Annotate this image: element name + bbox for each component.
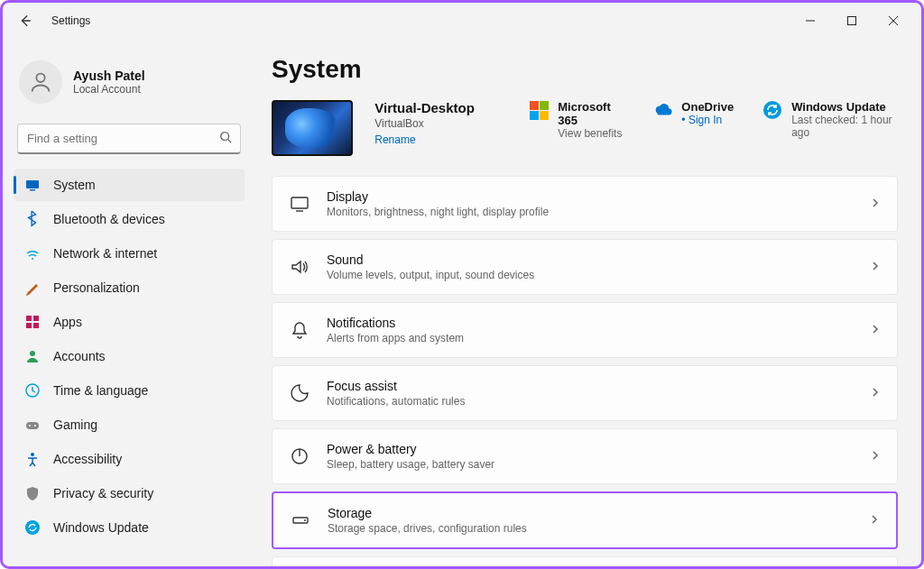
setting-sub: Notifications, automatic rules [327, 395, 854, 408]
avatar [19, 60, 62, 104]
person-icon [28, 69, 53, 95]
setting-title: Focus assist [327, 379, 854, 393]
maximize-button[interactable] [831, 6, 873, 35]
storage-icon [290, 509, 311, 531]
sidebar: Ayush Patel Local Account SystemBluetoot… [3, 39, 255, 566]
nav-label: Time & language [53, 383, 148, 398]
focus-icon [289, 382, 310, 404]
svg-rect-16 [26, 422, 39, 429]
nav-item-personalization[interactable]: Personalization [14, 271, 245, 304]
privacy-icon [24, 485, 41, 501]
nav: SystemBluetooth & devicesNetwork & inter… [14, 169, 245, 544]
hero-title: OneDrive [681, 100, 734, 114]
setting-title: Notifications [327, 316, 854, 330]
svg-point-27 [304, 519, 306, 521]
device-sub: VirtualBox [374, 117, 501, 130]
setting-title: Power & battery [327, 442, 854, 456]
svg-rect-22 [291, 197, 308, 208]
back-button[interactable] [10, 5, 41, 36]
nav-item-privacy-security[interactable]: Privacy & security [14, 477, 245, 509]
setting-title: Display [327, 189, 854, 204]
hero-tile-update[interactable]: Windows Update Last checked: 1 hour ago [762, 100, 898, 139]
setting-sub: Alerts from apps and system [327, 332, 854, 344]
notifications-icon [289, 319, 310, 341]
setting-sub: Sleep, battery usage, battery saver [327, 458, 854, 471]
profile-sub: Local Account [73, 83, 145, 96]
search-icon [219, 131, 232, 147]
nav-label: System [53, 178, 96, 192]
nav-label: Privacy & security [53, 486, 153, 500]
setting-storage[interactable]: StorageStorage space, drives, configurat… [272, 491, 898, 549]
main-content: System Virtual-Desktop VirtualBox Rename… [255, 39, 921, 566]
minimize-button[interactable] [790, 6, 831, 35]
svg-rect-7 [26, 180, 39, 188]
svg-point-4 [36, 74, 44, 82]
nav-label: Network & internet [53, 246, 157, 261]
hero-title: Microsoft 365 [558, 100, 624, 127]
chevron-right-icon [869, 512, 880, 528]
onedrive-icon [652, 100, 672, 120]
svg-rect-8 [30, 189, 35, 191]
display-icon [289, 193, 310, 215]
nav-item-system[interactable]: System [14, 169, 245, 201]
hero-row: Virtual-Desktop VirtualBox Rename Micros… [272, 100, 898, 156]
nav-item-windows-update[interactable]: Windows Update [14, 511, 245, 544]
chevron-right-icon [870, 196, 881, 212]
svg-point-21 [763, 101, 781, 119]
nav-label: Personalization [53, 280, 140, 295]
profile-block[interactable]: Ayush Patel Local Account [14, 55, 245, 120]
device-thumbnail [272, 100, 353, 156]
system-icon [24, 177, 41, 193]
nav-label: Apps [53, 315, 82, 329]
svg-rect-1 [848, 17, 856, 25]
search-input[interactable] [17, 124, 241, 154]
nav-item-bluetooth-devices[interactable]: Bluetooth & devices [14, 203, 245, 235]
svg-rect-10 [26, 316, 32, 321]
setting-display[interactable]: DisplayMonitors, brightness, night light… [272, 176, 898, 232]
window-title: Settings [51, 14, 90, 27]
hero-tile-ms365[interactable]: Microsoft 365 View benefits [530, 100, 624, 140]
rename-link[interactable]: Rename [374, 133, 415, 146]
svg-rect-13 [33, 323, 39, 328]
settings-list: DisplayMonitors, brightness, night light… [272, 176, 898, 566]
nav-label: Accounts [53, 349, 106, 363]
setting-sub: Volume levels, output, input, sound devi… [327, 269, 854, 281]
sound-icon [289, 256, 310, 278]
setting-sound[interactable]: SoundVolume levels, output, input, sound… [272, 239, 898, 295]
nav-item-network-internet[interactable]: Network & internet [14, 237, 245, 270]
nav-item-apps[interactable]: Apps [14, 306, 245, 338]
nav-item-accessibility[interactable]: Accessibility [14, 443, 245, 475]
setting-multitasking[interactable]: Multitasking [272, 556, 898, 566]
close-button[interactable] [873, 6, 914, 35]
nav-item-time-language[interactable]: Time & language [14, 374, 245, 407]
nav-item-gaming[interactable]: Gaming [14, 408, 245, 441]
svg-line-6 [228, 140, 232, 143]
hero-tile-onedrive[interactable]: OneDrive • Sign In [652, 100, 734, 126]
hero-title: Windows Update [791, 100, 898, 114]
window-controls [790, 6, 914, 35]
chevron-right-icon [870, 448, 881, 464]
gaming-icon [24, 417, 41, 433]
time-language-icon [24, 382, 41, 399]
svg-point-14 [30, 351, 35, 356]
svg-point-18 [34, 425, 36, 427]
setting-title: Sound [327, 252, 854, 267]
svg-point-20 [25, 520, 40, 535]
signin-link[interactable]: Sign In [688, 114, 722, 126]
accessibility-icon [24, 451, 41, 467]
nav-item-accounts[interactable]: Accounts [14, 340, 245, 372]
setting-notifications[interactable]: NotificationsAlerts from apps and system [272, 302, 898, 358]
titlebar: Settings [3, 3, 921, 39]
setting-focus-assist[interactable]: Focus assistNotifications, automatic rul… [272, 365, 898, 421]
nav-label: Windows Update [53, 520, 149, 535]
personalization-icon [24, 280, 41, 296]
back-arrow-icon [19, 14, 32, 27]
setting-title: Storage [328, 506, 853, 520]
update-icon [24, 519, 41, 536]
nav-label: Gaming [53, 418, 97, 432]
hero-sub: Last checked: 1 hour ago [791, 114, 898, 139]
chevron-right-icon [870, 385, 881, 401]
svg-point-9 [32, 258, 33, 260]
chevron-right-icon [870, 322, 881, 338]
setting-power-battery[interactable]: Power & batterySleep, battery usage, bat… [272, 428, 898, 484]
